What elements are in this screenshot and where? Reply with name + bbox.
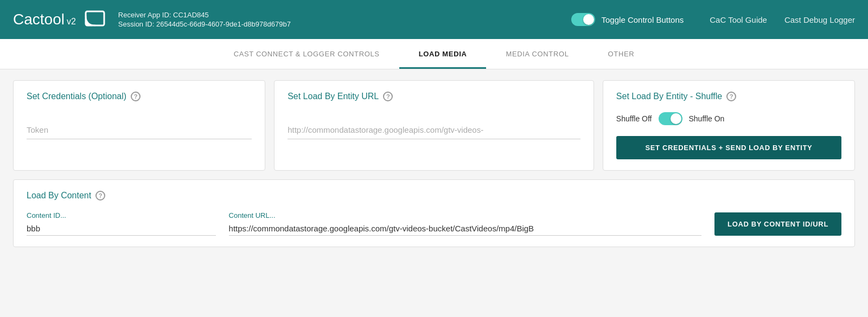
content-url-label: Content URL... bbox=[229, 211, 701, 219]
content-inputs-row: Content ID... bbb Content URL... https:/… bbox=[27, 211, 841, 236]
toggle-control-buttons[interactable] bbox=[571, 13, 595, 26]
content-id-label: Content ID... bbox=[27, 211, 216, 219]
shuffle-off-label: Shuffle Off bbox=[616, 114, 652, 123]
tab-load-media[interactable]: LOAD MEDIA bbox=[399, 39, 487, 69]
toggle-section: Toggle Control Buttons bbox=[571, 13, 684, 26]
tab-media-control[interactable]: MEDIA CONTROL bbox=[486, 39, 588, 69]
credentials-card-title: Set Credentials (Optional) ? bbox=[27, 92, 252, 101]
content-id-value[interactable]: bbb bbox=[27, 222, 216, 236]
content-url-field: Content URL... https://commondatastorage… bbox=[229, 211, 701, 236]
shuffle-toggle-row: Shuffle Off Shuffle On bbox=[616, 112, 841, 125]
shuffle-card: Set Load By Entity - Shuffle ? Shuffle O… bbox=[603, 80, 855, 171]
toggle-label: Toggle Control Buttons bbox=[602, 15, 684, 24]
main-content: Set Credentials (Optional) ? Set Load By… bbox=[0, 69, 868, 314]
entity-url-help-icon[interactable]: ? bbox=[383, 92, 393, 101]
navigation-tabs: CAST CONNECT & LOGGER CONTROLS LOAD MEDI… bbox=[0, 39, 868, 69]
shuffle-card-title: Set Load By Entity - Shuffle ? bbox=[616, 92, 841, 101]
content-url-value[interactable]: https://commondatastorage.googleapis.com… bbox=[229, 222, 701, 236]
content-id-field: Content ID... bbb bbox=[27, 211, 216, 236]
shuffle-help-icon[interactable]: ? bbox=[726, 92, 736, 101]
app-header: Cactool v2 Receiver App ID: CC1AD845 Ses… bbox=[0, 0, 868, 39]
credentials-help-icon[interactable]: ? bbox=[131, 92, 141, 101]
logo-section: Cactool v2 bbox=[13, 10, 105, 29]
entity-url-card-title: Set Load By Entity URL ? bbox=[288, 92, 580, 101]
load-by-content-title: Load By Content ? bbox=[27, 191, 841, 200]
token-input[interactable] bbox=[27, 121, 252, 139]
load-content-help-icon[interactable]: ? bbox=[95, 191, 105, 200]
logo-text: Cactool v2 bbox=[13, 11, 76, 28]
entity-url-input[interactable] bbox=[288, 121, 580, 139]
receiver-app-id: Receiver App ID: CC1AD845 bbox=[118, 11, 291, 19]
header-links: CaC Tool Guide Cast Debug Logger bbox=[710, 15, 855, 24]
cast-device-icon bbox=[85, 10, 105, 29]
shuffle-toggle[interactable] bbox=[659, 112, 682, 125]
top-cards-row: Set Credentials (Optional) ? Set Load By… bbox=[13, 80, 855, 171]
cac-tool-guide-link[interactable]: CaC Tool Guide bbox=[710, 15, 767, 24]
tab-other[interactable]: OTHER bbox=[589, 39, 654, 69]
set-credentials-send-load-button[interactable]: SET CREDENTIALS + SEND LOAD BY ENTITY bbox=[616, 136, 841, 159]
session-id: Session ID: 26544d5c-66d9-4607-9de1-d8b9… bbox=[118, 20, 291, 28]
tab-cast-connect[interactable]: CAST CONNECT & LOGGER CONTROLS bbox=[214, 39, 399, 69]
credentials-card: Set Credentials (Optional) ? bbox=[13, 80, 265, 171]
entity-url-card: Set Load By Entity URL ? bbox=[274, 80, 594, 171]
load-by-content-card: Load By Content ? Content ID... bbb Cont… bbox=[13, 179, 855, 247]
load-content-button[interactable]: LOAD BY CONTENT ID/URL bbox=[714, 212, 841, 236]
cast-debug-logger-link[interactable]: Cast Debug Logger bbox=[784, 15, 855, 24]
header-info: Receiver App ID: CC1AD845 Session ID: 26… bbox=[118, 11, 291, 28]
shuffle-on-label: Shuffle On bbox=[689, 114, 725, 123]
